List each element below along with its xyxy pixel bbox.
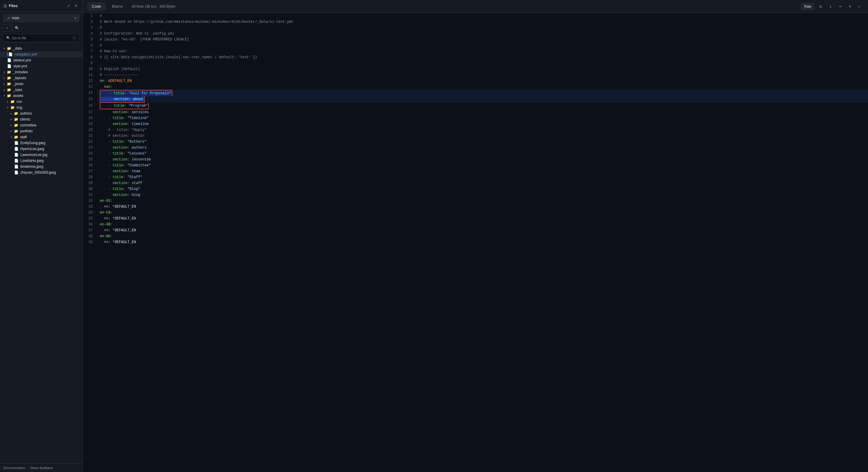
tree-item-includes-folder[interactable]: ▸ 📁 _includes [0,69,82,75]
code-table: 1#2# Work based on https://github.com/mm… [83,13,868,245]
tree-item-staff-folder[interactable]: ▾ 📁 staff [0,134,82,140]
tree-item-lawrencelee[interactable]: 📄 LawrenceLee.jpg [0,152,82,158]
table-row: 1# [83,13,868,19]
tree-item-hyerinlee[interactable]: 📄 HyerinLee.jpeg [0,146,82,152]
edit-button[interactable]: ✏ [837,3,844,10]
tree-item-committee-folder[interactable]: ▸ 📁 committee [0,122,82,128]
close-sidebar-button[interactable]: ✕ [73,3,79,8]
file-tree: ▾ 📁 _data 📄 navigation.yml 📄 sitetext.ym… [0,44,82,464]
table-row: 23 section: authors [83,145,868,151]
line-content: # {{ site.data.navigation[site.locale].n… [97,54,868,60]
tree-item-emilygong[interactable]: 📄 EmilyGong.jpeg [0,140,82,146]
table-row: 33 <<: *DEFAULT_EN [83,204,868,210]
line-content: section: services [97,109,868,115]
line-content: section: blog [97,192,868,198]
line-content: - title: "Program" [97,103,868,109]
line-number: 24 [83,151,97,156]
table-row: 17 section: services [83,109,868,115]
add-file-button[interactable]: ＋ [3,24,11,32]
tree-item-authors-folder[interactable]: ▸ 📁 authors [0,111,82,116]
file-label: timdennis.jpeg [20,165,79,169]
folder-icon: 📁 [7,94,11,98]
copy-button[interactable]: ⧉ [817,3,824,10]
line-content: section: team [97,168,868,174]
line-content: en-CA: [97,210,868,216]
download-button[interactable]: ⤓ [827,3,834,10]
tree-item-css-folder[interactable]: ▸ 📁 css [0,99,82,105]
line-number: 15 [83,96,97,103]
table-row: 5# locale: "en-US" [YOUR PREFERRED LOCAL… [83,37,868,42]
tree-item-lorettahu[interactable]: 📄 LorettaHu.jpeg [0,158,82,164]
line-content: section: timeline [97,121,868,127]
file-label: LawrenceLee.jpg [20,153,79,157]
line-number: 16 [83,103,97,109]
tree-item-zhiyuan[interactable]: 📄 zhiyuan_500x500.jpeg [0,170,82,175]
tree-item-clients-folder[interactable]: ▸ 📁 clients [0,116,82,122]
line-number: 17 [83,109,97,115]
header-actions: Raw ⧉ ⤓ ✏ ▾ ⤢ [801,3,863,10]
file-label: style.yml [13,64,79,68]
tree-item-sass-folder[interactable]: ▸ 📁 _sass [0,87,82,93]
folder-label: committee [20,123,79,127]
file-meta: 40 lines (38 loc) · 846 Bytes [132,4,799,8]
table-row: 20 # - title: "Apply" [83,127,868,133]
folder-label: assets [13,94,79,98]
folder-arrow-icon: ▾ [4,94,5,97]
table-row: 34en-CA: [83,210,868,216]
tree-item-navigation-yml[interactable]: 📄 navigation.yml [0,51,82,57]
line-content: en: &DEFAULT_EN [97,78,868,84]
table-row: 22 - title: "Authors" [83,139,868,145]
line-number: 37 [83,228,97,233]
folder-icon: 📁 [14,117,18,121]
tree-item-posts-folder[interactable]: ▸ 📁 _posts [0,81,82,87]
folder-arrow-icon: ▸ [11,124,12,127]
table-row: 6# [83,42,868,49]
file-label: sitetext.yml [13,58,79,62]
search-placeholder: Go to file [12,36,70,40]
file-icon: 📄 [14,141,19,145]
table-row: 2# Work based on https://github.com/mmis… [83,19,868,25]
code-container[interactable]: 1#2# Work based on https://github.com/mm… [83,13,868,472]
raw-button[interactable]: Raw [801,3,814,10]
line-number: 28 [83,174,97,180]
documentation-link[interactable]: Documentation [4,466,25,470]
line-number: 11 [83,72,97,78]
code-tab[interactable]: Code [87,2,105,10]
folder-icon: 📁 [14,111,18,116]
line-number: 14 [83,90,97,96]
line-number: 12 [83,78,97,84]
table-row: 12en: &DEFAULT_EN [83,78,868,84]
line-number: 32 [83,198,97,204]
tree-item-sitetext-yml[interactable]: 📄 sitetext.yml [0,57,82,63]
more-button[interactable]: ▾ [847,3,853,10]
tree-item-portfolio-folder[interactable]: ▸ 📁 portfolio [0,128,82,134]
search-file-button[interactable]: 🔍 [12,24,22,32]
tree-item-timdennis[interactable]: 📄 timdennis.jpeg [0,164,82,170]
folder-label: img [17,106,79,110]
blame-tab[interactable]: Blame [108,3,127,10]
search-bar[interactable]: 🔍 Go to file t [3,34,80,42]
tree-item-assets-folder[interactable]: ▾ 📁 assets [0,93,82,99]
line-number: 35 [83,216,97,222]
folder-label: clients [20,117,79,121]
line-number: 30 [83,186,97,192]
table-row: 24 - title: "Lessons" [83,151,868,156]
folder-arrow-icon: ▸ [11,118,12,121]
table-row: 39 <<: *DEFAULT_EN [83,239,868,245]
line-content: nav: [97,84,868,90]
expand-button[interactable]: ⤢ [66,3,71,8]
line-content: - title: "Timeline" [97,115,868,121]
file-icon: 📄 [7,58,11,62]
tree-item-style-yml[interactable]: 📄 style.yml [0,63,82,69]
line-number: 13 [83,84,97,90]
table-row: 28 - title: "Staff" [83,174,868,180]
line-content: # locale: "en-US" [YOUR PREFERRED LOCALE… [97,37,868,42]
line-number: 31 [83,192,97,198]
feedback-link[interactable]: Share feedback [30,466,53,470]
fullscreen-button[interactable]: ⤢ [856,3,863,10]
tree-item-data-folder[interactable]: ▾ 📁 _data [0,46,82,51]
files-icon: ⊞ [4,4,7,8]
branch-selector[interactable]: ⎇ main ▾ [3,14,80,22]
tree-item-img-folder[interactable]: ▾ 📁 img [0,105,82,111]
tree-item-layouts-folder[interactable]: ▸ 📁 _layouts [0,75,82,81]
